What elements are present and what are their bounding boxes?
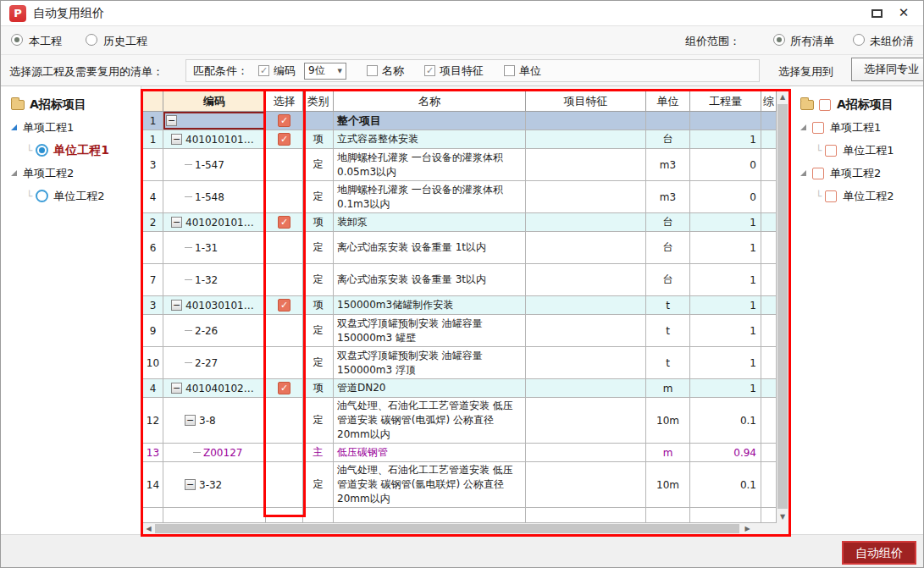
- table-row[interactable]: 2−401020101…✓项装卸泵台1: [143, 213, 777, 232]
- vertical-scrollbar[interactable]: ▲ ▼: [777, 91, 788, 523]
- code-cell[interactable]: 2-26: [163, 315, 266, 347]
- table-row[interactable]: 41-548定地脚螺栓孔灌浆 一台设备的灌浆体积 0.1m3以内m30: [143, 181, 777, 213]
- radio-current-project-label[interactable]: 本工程: [29, 34, 62, 49]
- code-cell[interactable]: −3-32: [163, 462, 266, 508]
- table-row[interactable]: 71-32定离心式油泵安装 设备重量 3t以内台1: [143, 264, 777, 296]
- select-cell[interactable]: [266, 398, 303, 444]
- collapse-toggle-icon[interactable]: −: [185, 415, 196, 426]
- code-cell[interactable]: −: [163, 112, 266, 130]
- select-cell[interactable]: ✓: [266, 213, 303, 232]
- radio-current-project[interactable]: [11, 34, 23, 46]
- column-header-extra[interactable]: 综: [761, 91, 777, 112]
- column-header-qty[interactable]: 工程量: [690, 91, 761, 112]
- select-same-major-button[interactable]: 选择同专业: [851, 58, 924, 81]
- horizontal-scrollbar[interactable]: ◀ ▶: [143, 523, 777, 534]
- checkbox-code[interactable]: ✓: [258, 65, 269, 76]
- radio-unpriced-lists[interactable]: [853, 34, 865, 46]
- checkbox-name[interactable]: [367, 65, 378, 76]
- table-row[interactable]: 102-27定双盘式浮顶罐预制安装 油罐容量 150000m3 浮顶t1: [143, 347, 777, 379]
- tree-node-label[interactable]: 单位工程1: [843, 143, 894, 158]
- column-header-feature[interactable]: 项目特征: [526, 91, 646, 112]
- select-cell[interactable]: ✓: [266, 112, 303, 130]
- code-cell[interactable]: −401010101…: [163, 130, 266, 149]
- table-row[interactable]: 31-547定地脚螺栓孔灌浆 一台设备的灌浆体积 0.05m3以内m30: [143, 149, 777, 181]
- expand-arrow-icon[interactable]: [800, 124, 806, 130]
- scroll-up-icon[interactable]: ▲: [777, 91, 788, 103]
- scroll-right-icon[interactable]: ▶: [742, 523, 753, 534]
- tree-checkbox[interactable]: [819, 99, 831, 111]
- expand-arrow-icon[interactable]: [11, 170, 17, 176]
- radio-all-lists[interactable]: [773, 34, 785, 46]
- code-cell[interactable]: 1-547: [163, 149, 266, 181]
- table-row[interactable]: 92-26定双盘式浮顶罐预制安装 油罐容量 150000m3 罐壁t1: [143, 315, 777, 347]
- checkbox-unit-label[interactable]: 单位: [519, 63, 541, 79]
- maximize-icon[interactable]: [871, 9, 883, 18]
- table-row[interactable]: 61-31定离心式油泵安装 设备重量 1t以内台1: [143, 232, 777, 264]
- tree-node[interactable]: 单项工程1: [790, 116, 924, 139]
- row-select-checkbox[interactable]: ✓: [278, 299, 290, 312]
- code-cell[interactable]: −3-8: [163, 398, 266, 444]
- select-cell[interactable]: [266, 232, 303, 264]
- tree-node-label[interactable]: 单项工程2: [23, 166, 74, 181]
- tree-checkbox[interactable]: [812, 122, 824, 134]
- select-cell[interactable]: [266, 462, 303, 508]
- collapse-toggle-icon[interactable]: −: [171, 217, 182, 228]
- row-select-checkbox[interactable]: ✓: [278, 382, 290, 394]
- tree-node[interactable]: 单项工程2: [1, 162, 141, 185]
- tree-node-label[interactable]: 单位工程2: [843, 189, 894, 204]
- close-icon[interactable]: ✕: [896, 5, 911, 20]
- auto-pricing-button[interactable]: 自动组价: [842, 541, 916, 565]
- tree-node[interactable]: └单位工程1: [1, 139, 141, 162]
- code-cell[interactable]: 1-548: [163, 181, 266, 213]
- select-cell[interactable]: [266, 181, 303, 213]
- select-cell[interactable]: [266, 315, 303, 347]
- select-cell[interactable]: ✓: [266, 130, 303, 149]
- table-row[interactable]: 14−3-32定油气处理、石油化工工艺管道安装 低压管道安装 碳钢管(氩电联焊)…: [143, 462, 777, 508]
- collapse-toggle-icon[interactable]: −: [171, 383, 182, 394]
- table-row[interactable]: 13Z00127主低压碳钢管m0.94: [143, 444, 777, 462]
- tree-node[interactable]: A招标项目: [1, 93, 141, 116]
- checkbox-name-label[interactable]: 名称: [382, 63, 404, 79]
- column-header-unit[interactable]: 单位: [646, 91, 690, 112]
- tree-node[interactable]: 单项工程2: [790, 162, 924, 185]
- tree-node[interactable]: 单项工程1: [1, 116, 141, 139]
- tree-checkbox[interactable]: [812, 168, 824, 179]
- code-cell[interactable]: 1-31: [163, 232, 266, 264]
- select-cell[interactable]: [266, 149, 303, 181]
- tree-node-label[interactable]: 单位工程2: [53, 189, 104, 204]
- code-digits-dropdown[interactable]: 9位 ▼: [304, 63, 346, 80]
- radio-unpriced-lists-label[interactable]: 未组价清: [870, 34, 914, 49]
- checkbox-feature-label[interactable]: 项目特征: [440, 63, 484, 79]
- code-cell[interactable]: 2-27: [163, 347, 266, 379]
- tree-radio[interactable]: [36, 190, 48, 202]
- checkbox-feature[interactable]: ✓: [424, 65, 435, 76]
- code-cell[interactable]: −401030101…: [163, 296, 266, 315]
- collapse-toggle-icon[interactable]: −: [185, 479, 196, 490]
- radio-history-project-label[interactable]: 历史工程: [103, 34, 147, 49]
- checkbox-code-label[interactable]: 编码: [274, 63, 296, 79]
- tree-node-label[interactable]: 单位工程1: [53, 143, 109, 158]
- tree-node-label[interactable]: 单项工程1: [23, 120, 74, 135]
- tree-checkbox[interactable]: [825, 145, 837, 157]
- table-row[interactable]: 1−401010101…✓项立式容器整体安装台1: [143, 130, 777, 149]
- radio-history-project[interactable]: [86, 34, 97, 46]
- table-row[interactable]: 3−401030101…✓项150000m3储罐制作安装t1: [143, 296, 777, 315]
- radio-all-lists-label[interactable]: 所有清单: [790, 34, 834, 49]
- row-select-checkbox[interactable]: ✓: [278, 114, 290, 127]
- column-header-name[interactable]: 名称: [334, 91, 526, 112]
- checkbox-unit[interactable]: [504, 65, 515, 76]
- tree-radio[interactable]: [36, 144, 48, 157]
- select-cell[interactable]: ✓: [266, 379, 303, 398]
- tree-node[interactable]: └单位工程2: [1, 185, 141, 207]
- collapse-toggle-icon[interactable]: −: [166, 115, 177, 126]
- column-header-select[interactable]: 选择: [266, 91, 303, 112]
- column-header-seq[interactable]: [143, 91, 163, 112]
- expand-arrow-icon[interactable]: [11, 124, 17, 130]
- select-cell[interactable]: ✓: [266, 296, 303, 315]
- tree-checkbox[interactable]: [825, 190, 837, 202]
- select-cell[interactable]: [266, 347, 303, 379]
- collapse-toggle-icon[interactable]: −: [171, 134, 182, 145]
- vertical-scroll-thumb[interactable]: [777, 104, 788, 509]
- select-cell[interactable]: [266, 444, 303, 462]
- column-header-cat[interactable]: 类别: [303, 91, 334, 112]
